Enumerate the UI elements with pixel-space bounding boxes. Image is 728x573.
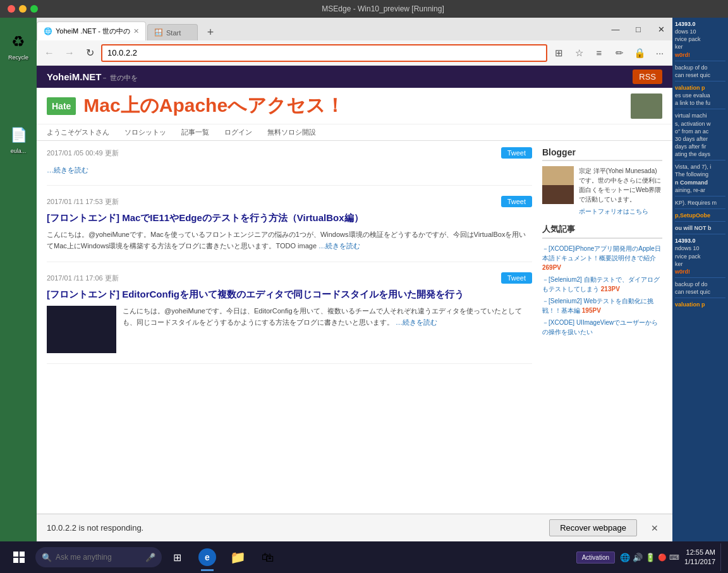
nav-link-blog[interactable]: ソロシットッ [124, 128, 166, 137]
notes-button[interactable]: ✏ [610, 44, 628, 62]
keyboard-icon: ⌨ [669, 553, 679, 562]
show-desktop-button[interactable] [720, 543, 724, 571]
recover-webpage-button[interactable]: Recover webpage [549, 519, 637, 536]
desktop-icon-recycle[interactable]: ♻ Recycle [7, 30, 30, 61]
activation-button[interactable]: Activation [576, 552, 615, 564]
nav-link-register[interactable]: 無料ソロシ開設 [267, 128, 316, 137]
article-1-tweet[interactable]: Tweet [501, 147, 532, 159]
taskbar-active-indicator [201, 569, 214, 571]
rss-button[interactable]: RSS [633, 69, 662, 84]
blogger-avatar [542, 166, 574, 204]
right-sidebar: 14393.0 dows 10 rvice pack ker w0rd! bac… [672, 18, 728, 541]
start-button[interactable] [4, 542, 34, 572]
tab-label-1: YoheiM .NET - 世の中の [56, 27, 130, 36]
forward-button[interactable]: → [61, 44, 78, 62]
pinned-apps: e 📁 🛍 [192, 542, 283, 572]
back-button[interactable]: ← [40, 44, 58, 62]
article-3-tweet[interactable]: Tweet [501, 272, 532, 284]
address-bar-wrapper [101, 44, 547, 62]
more-button[interactable]: ··· [651, 44, 669, 62]
desktop-icon-eula[interactable]: 📄 eula... [7, 124, 30, 154]
reading-view-button[interactable]: ⊞ [550, 44, 567, 62]
new-tab-button[interactable]: + [200, 24, 221, 40]
article-1-read-more[interactable]: …続きを読む [47, 166, 88, 174]
hero-right-badge [631, 93, 662, 119]
blogger-text: 宗定 洋平(Yohei Munesada)です。世の中をさらに便利に面白くをモッ… [579, 166, 662, 216]
rs-text-3: rvice pack [675, 35, 725, 43]
refresh-button[interactable]: ↻ [81, 44, 99, 62]
favorites-button[interactable]: ☆ [570, 44, 588, 62]
taskbar-file-explorer[interactable]: 📁 [222, 542, 253, 572]
rs-text-11: s, activation w [675, 120, 725, 128]
minimize-button[interactable]: — [604, 18, 627, 40]
nav-bar: ← → ↻ ⊞ ☆ ≡ ✏ 🔒 ··· [37, 40, 672, 66]
blogger-portfolio-link[interactable]: ポートフォリオはこちら [579, 207, 662, 216]
rs-text-14: days after fir [675, 143, 725, 150]
article-2-date: 2017/01 /11 17:53 更新 [47, 197, 119, 207]
rs-text-8: es use evalua [675, 92, 725, 99]
article-3-read-more[interactable]: …続きを読む [396, 318, 437, 326]
rs-text-2: dows 10 [675, 28, 725, 35]
hate-badge: Hate [47, 97, 76, 115]
popular-list: －[XCODE]iPhoneアプリ開発用のApple日本語ドキュメント！概要説明… [542, 244, 662, 337]
window-controls: — □ ✕ [604, 18, 672, 40]
tab-favicon-2: 🪟 [154, 28, 163, 37]
close-button[interactable]: ✕ [650, 18, 672, 40]
article-3-body: こんにちは。@yoheiMuneです。今日は、EditorConfigを用いて、… [47, 306, 532, 353]
popular-item-2: －[Selenium2] 自動テストで、ダイアログもテストしてしまう 213PV [542, 275, 662, 294]
rs-text-21: ou will NOT b [675, 224, 725, 232]
site-logo: YoheiM.NET－ 世の中を [47, 71, 138, 83]
taskbar-clock[interactable]: 12:55 AM 1/11/2017 [684, 548, 715, 567]
rs-text-20: KP). Requires m [675, 199, 725, 207]
site-tagline: － 世の中を [101, 74, 138, 81]
task-view-icon: ⊞ [173, 552, 181, 564]
rs-eval-label: valuation p [675, 84, 725, 92]
task-view-button[interactable]: ⊞ [163, 543, 191, 571]
rs-text-19: aining, re-ar [675, 186, 725, 194]
article-2-tweet[interactable]: Tweet [501, 196, 532, 207]
tab-close-1[interactable]: ✕ [133, 27, 139, 35]
blogger-info: 宗定 洋平(Yohei Munesada)です。世の中をさらに便利に面白くをモッ… [542, 166, 662, 216]
taskbar-edge[interactable]: e [192, 542, 222, 572]
popular-articles: 人気記事 －[XCODE]iPhoneアプリ開発用のApple日本語ドキュメント… [542, 224, 662, 337]
popular-item-4: －[XCODE] UIImageViewでユーザーからの操作を扱いたい [542, 318, 662, 337]
taskbar-mic-icon: 🎤 [145, 553, 155, 562]
popular-item-1: －[XCODE]iPhoneアプリ開発用のApple日本語ドキュメント！概要説明… [542, 244, 662, 272]
share-button[interactable]: 🔒 [631, 44, 648, 62]
rs-text-16: Vista, and 7), i [675, 163, 725, 171]
not-responding-close[interactable]: ✕ [647, 521, 662, 536]
traffic-light-green[interactable] [30, 5, 38, 13]
tab-bar-row: 🌐 YoheiM .NET - 世の中の ✕ 🪟 Start + — □ ✕ [37, 18, 672, 40]
nav-link-articles[interactable]: 記事一覧 [181, 128, 209, 137]
main-content: 2017/01 /05 00:49 更新 Tweet …続きを読む 2017/0… [47, 147, 532, 374]
article-3-title: [フロントエンド] EditorConfigを用いて複数のエディタで同じコードス… [47, 287, 532, 301]
traffic-light-red[interactable] [8, 5, 15, 13]
window-title: MSEdge - Win10_preview [Running] [38, 4, 728, 13]
nav-link-welcome[interactable]: ようこそゲストさん [47, 128, 109, 137]
rs-text-23: ndows 10 [675, 244, 725, 252]
desktop-icon-eula-label: eula... [11, 148, 27, 154]
store-icon: 🛍 [262, 550, 274, 565]
article-2-read-more[interactable]: …続きを読む [318, 242, 360, 250]
site-name: YoheiM.NET [47, 71, 101, 82]
not-responding-bar: 10.0.2.2 is not responding. Recover webp… [37, 514, 672, 541]
content-area: 2017/01 /05 00:49 更新 Tweet …続きを読む 2017/0… [37, 141, 672, 380]
rs-text-6: backup of do [675, 64, 725, 71]
nav-link-login[interactable]: ログイン [224, 128, 252, 137]
rs-text-27: backup of do [675, 280, 725, 288]
hub-button[interactable]: ≡ [590, 44, 608, 62]
tab-inactive[interactable]: 🪟 Start [147, 24, 198, 40]
blogger-section-title: Blogger [542, 147, 662, 161]
address-bar[interactable] [101, 44, 547, 62]
taskbar-store[interactable]: 🛍 [253, 542, 283, 572]
rs-text-13: 30 days after [675, 135, 725, 143]
traffic-light-yellow[interactable] [19, 5, 27, 13]
rs-setupoobe: p,SetupOobe [675, 212, 725, 219]
maximize-button[interactable]: □ [627, 18, 650, 40]
taskbar-search-input[interactable] [35, 547, 162, 567]
not-responding-text: 10.0.2.2 is not responding. [47, 523, 539, 533]
security-icon: 🔴 [658, 553, 667, 562]
tab-active[interactable]: 🌐 YoheiM .NET - 世の中の ✕ [37, 21, 146, 40]
rs-text-24: rvice pack [675, 253, 725, 260]
rs-text-1: 14393.0 [675, 20, 725, 28]
